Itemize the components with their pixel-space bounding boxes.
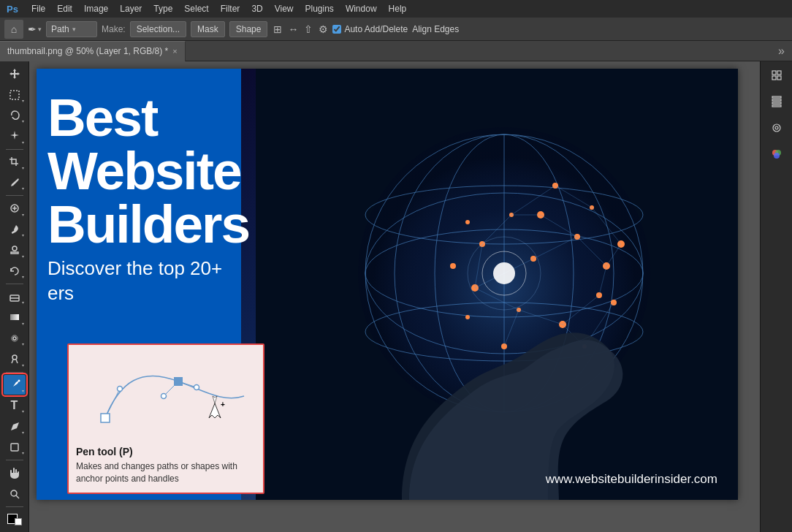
- shape-button[interactable]: Shape: [229, 21, 268, 37]
- separator-6: [6, 506, 23, 507]
- blur-arrow: ▾: [22, 341, 24, 346]
- menu-plugins[interactable]: Plugins: [300, 2, 339, 15]
- panel-collapse-button[interactable]: »: [771, 45, 792, 58]
- type-tool-button[interactable]: T ▾: [4, 396, 26, 415]
- marquee-tool-arrow: ▾: [22, 98, 24, 103]
- brush-arrow: ▾: [22, 232, 24, 238]
- svg-marker-1: [10, 131, 19, 140]
- path-mode-label: Path: [51, 24, 69, 34]
- website-url-text: www.websitebuilderinsider.com: [546, 472, 717, 487]
- tooltip-canvas: +: [69, 345, 263, 440]
- path-align-icon[interactable]: ↔: [286, 22, 300, 37]
- shape-tool-button[interactable]: ▾: [4, 438, 26, 457]
- blur-button[interactable]: ▾: [4, 329, 26, 348]
- path-mode-dropdown[interactable]: Path ▾: [46, 21, 97, 37]
- menu-window[interactable]: Window: [340, 2, 382, 15]
- svg-rect-45: [69, 345, 263, 440]
- svg-point-41: [465, 220, 470, 224]
- brush-tool-button[interactable]: ▾: [4, 220, 26, 239]
- menu-file[interactable]: File: [26, 2, 50, 15]
- auto-add-delete-toggle[interactable]: Auto Add/Delete: [332, 24, 408, 34]
- svg-point-42: [493, 262, 515, 284]
- magic-wand-button[interactable]: ▾: [4, 126, 26, 145]
- separator-2: [6, 195, 23, 196]
- document-canvas: Best Website Builders Discover the top 2…: [37, 69, 738, 500]
- background-color-swatch: [15, 518, 22, 525]
- history-arrow: ▾: [22, 274, 24, 279]
- svg-rect-50: [174, 377, 183, 386]
- layers-panel-button[interactable]: [766, 91, 788, 113]
- separator-1: [6, 149, 23, 150]
- subtitle-text: Discover the top 20+: [47, 256, 249, 281]
- pen-tool-tooltip: + Pen tool (P) Makes and changes paths o…: [67, 343, 264, 494]
- path-combine-icon[interactable]: ⊞: [272, 22, 283, 37]
- hand-tool-button[interactable]: [4, 463, 26, 482]
- history-brush-button[interactable]: ▾: [4, 262, 26, 281]
- svg-rect-0: [10, 91, 19, 99]
- pen-path-illustration: +: [69, 345, 263, 440]
- menu-layer[interactable]: Layer: [115, 2, 147, 15]
- menu-filter[interactable]: Filter: [216, 2, 245, 15]
- svg-rect-58: [777, 76, 781, 80]
- healing-arrow: ▾: [22, 212, 24, 217]
- menu-image[interactable]: Image: [79, 2, 113, 15]
- tab-close-button[interactable]: ×: [172, 47, 177, 56]
- eraser-arrow: ▾: [22, 300, 24, 305]
- path-selection-button[interactable]: ▾: [4, 417, 26, 436]
- selection-button[interactable]: Selection...: [130, 21, 186, 37]
- svg-point-52: [161, 394, 167, 399]
- separator-4: [6, 372, 23, 373]
- foreground-color-button[interactable]: [4, 510, 26, 529]
- gradient-arrow: ▾: [22, 321, 24, 326]
- menu-select[interactable]: Select: [179, 2, 213, 15]
- pen-tool-button[interactable]: ▾: [4, 375, 26, 394]
- magic-wand-arrow: ▾: [22, 140, 24, 145]
- svg-point-40: [450, 263, 456, 269]
- eraser-button[interactable]: ▾: [4, 287, 26, 306]
- lasso-tool-button[interactable]: ▾: [4, 106, 26, 125]
- ps-logo: Ps: [3, 2, 22, 16]
- shape-arrow: ▾: [22, 450, 24, 455]
- menu-3d[interactable]: 3D: [246, 2, 267, 15]
- dodge-button[interactable]: ▾: [4, 349, 26, 368]
- pen-arrow: ▾: [22, 388, 24, 393]
- brush-dropdown[interactable]: ✒ ▾: [28, 23, 42, 35]
- svg-rect-49: [101, 414, 110, 422]
- gradient-button[interactable]: ▾: [4, 308, 26, 327]
- tooltip-info: Pen tool (P) Makes and changes paths or …: [69, 440, 263, 493]
- gear-icon[interactable]: ⚙: [319, 23, 328, 35]
- menu-type[interactable]: Type: [148, 2, 178, 15]
- zoom-tool-button[interactable]: [4, 484, 26, 503]
- main-layout: ▾ ▾ ▾ ▾ ▾ ▾ ▾ ▾: [0, 61, 792, 532]
- svg-rect-55: [772, 71, 776, 75]
- properties-panel-button[interactable]: [766, 64, 788, 86]
- menu-help[interactable]: Help: [384, 2, 412, 15]
- crop-tool-button[interactable]: ▾: [4, 153, 26, 172]
- document-tab[interactable]: thumbnail.png @ 50% (Layer 1, RGB/8) * ×: [0, 41, 186, 61]
- svg-point-39: [465, 315, 470, 319]
- marquee-tool-button[interactable]: ▾: [4, 85, 26, 104]
- svg-point-7: [12, 335, 18, 341]
- color-panel-button[interactable]: [766, 143, 788, 165]
- home-button[interactable]: ⌂: [4, 20, 23, 39]
- options-bar: ⌂ ✒ ▾ Path ▾ Make: Selection... Mask Sha…: [0, 18, 792, 41]
- healing-button[interactable]: ▾: [4, 199, 26, 218]
- path-distribute-icon[interactable]: ⇧: [302, 22, 314, 37]
- move-tool-button[interactable]: [4, 64, 26, 83]
- svg-point-10: [18, 379, 20, 381]
- adjustments-panel-button[interactable]: [766, 117, 788, 139]
- menu-view[interactable]: View: [270, 2, 299, 15]
- eyedropper-button[interactable]: ▾: [4, 173, 26, 192]
- document-tab-label: thumbnail.png @ 50% (Layer 1, RGB/8) *: [7, 46, 168, 56]
- menu-edit[interactable]: Edit: [52, 2, 77, 15]
- svg-point-67: [774, 153, 780, 159]
- mask-button[interactable]: Mask: [191, 21, 225, 37]
- svg-point-63: [773, 124, 780, 132]
- svg-point-53: [194, 385, 199, 390]
- stamp-button[interactable]: ▾: [4, 240, 26, 259]
- tooltip-title: Pen tool (P): [76, 446, 256, 457]
- svg-point-64: [775, 126, 778, 129]
- auto-add-delete-checkbox[interactable]: [332, 25, 341, 34]
- separator-3: [6, 284, 23, 284]
- align-edges-label: Align Edges: [412, 24, 459, 34]
